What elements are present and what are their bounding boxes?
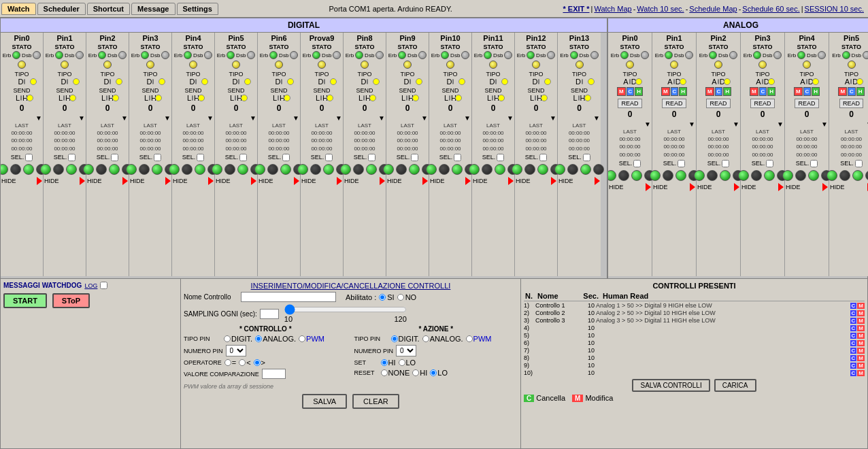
circle-green-1[interactable] bbox=[738, 170, 749, 181]
tipo-slider[interactable] bbox=[452, 79, 454, 84]
m-button[interactable]: M bbox=[838, 87, 847, 96]
tipo-slider[interactable] bbox=[718, 79, 719, 84]
sel-checkbox[interactable] bbox=[111, 154, 118, 161]
c-button[interactable]: C bbox=[627, 87, 635, 96]
m-button[interactable]: M bbox=[661, 87, 670, 96]
send-slider[interactable] bbox=[406, 95, 407, 101]
tipo-slider[interactable] bbox=[152, 79, 154, 84]
op-eq-radio[interactable] bbox=[224, 359, 231, 366]
circle-green-1[interactable] bbox=[426, 164, 437, 175]
dropdown-arrow[interactable]: ▼ bbox=[507, 114, 514, 122]
circle-green-1[interactable] bbox=[608, 170, 616, 181]
set-hi-radio[interactable] bbox=[381, 359, 388, 366]
tipo-slider[interactable] bbox=[410, 79, 411, 84]
c-button[interactable]: C bbox=[671, 87, 679, 96]
circle-green-2[interactable] bbox=[280, 164, 291, 175]
tipo-slider[interactable] bbox=[238, 79, 239, 84]
sel-checkbox[interactable] bbox=[282, 154, 290, 161]
analog-radio-label[interactable]: ANALOG. bbox=[255, 335, 296, 343]
sel-checkbox[interactable] bbox=[583, 154, 590, 161]
cp-m-btn[interactable]: M bbox=[857, 363, 865, 369]
circle-dark-1[interactable] bbox=[10, 164, 21, 175]
sel-checkbox[interactable] bbox=[25, 154, 33, 161]
dropdown-arrow[interactable]: ▼ bbox=[121, 114, 128, 122]
pwm-radio-label[interactable]: PWM bbox=[299, 335, 324, 343]
sel-checkbox[interactable] bbox=[411, 154, 418, 161]
hide-triangle[interactable] bbox=[551, 177, 556, 185]
sel-checkbox[interactable] bbox=[325, 154, 333, 161]
send-slider[interactable] bbox=[192, 95, 193, 101]
tipo-slider[interactable] bbox=[67, 79, 68, 84]
hide-triangle[interactable] bbox=[165, 177, 171, 185]
circle-dark-1[interactable] bbox=[567, 164, 578, 175]
dropdown-arrow[interactable]: ▼ bbox=[207, 114, 214, 122]
tab-scheduler[interactable]: Scheduler bbox=[37, 3, 86, 15]
azione-numero-pin-select[interactable]: 012345 bbox=[396, 345, 416, 356]
dropdown-arrow[interactable]: ▼ bbox=[550, 114, 556, 122]
cp-c-btn[interactable]: C bbox=[850, 340, 857, 346]
no-radio[interactable] bbox=[397, 294, 404, 301]
send-slider[interactable] bbox=[578, 95, 580, 101]
cp-c-btn[interactable]: C bbox=[850, 370, 857, 376]
cp-c-btn[interactable]: C bbox=[850, 303, 857, 309]
read-button[interactable]: READ bbox=[618, 99, 641, 108]
circle-dark-1[interactable] bbox=[618, 170, 629, 181]
cp-m-btn[interactable]: M bbox=[857, 318, 865, 324]
circle-green-2[interactable] bbox=[366, 164, 377, 175]
tipo-slider[interactable] bbox=[538, 79, 539, 84]
dropdown-arrow[interactable]: ▼ bbox=[688, 120, 695, 128]
reset-hi-radio[interactable] bbox=[412, 369, 419, 376]
dropdown-arrow[interactable]: ▼ bbox=[733, 120, 739, 128]
send-slider[interactable] bbox=[535, 95, 536, 101]
tipo-slider[interactable] bbox=[673, 79, 675, 84]
hide-triangle[interactable] bbox=[646, 183, 651, 191]
circle-green-1[interactable] bbox=[782, 170, 793, 181]
sel-checkbox[interactable] bbox=[633, 160, 641, 167]
circle-dark-2[interactable] bbox=[593, 164, 604, 175]
dropdown-arrow[interactable]: ▼ bbox=[335, 114, 342, 122]
sel-checkbox[interactable] bbox=[810, 160, 818, 167]
tipo-slider[interactable] bbox=[281, 79, 282, 84]
circle-dark-1[interactable] bbox=[751, 170, 762, 181]
circle-green-1[interactable] bbox=[827, 170, 837, 181]
send-slider[interactable] bbox=[278, 95, 279, 101]
carica-button[interactable]: CARICA bbox=[714, 379, 756, 392]
si-radio[interactable] bbox=[379, 294, 386, 301]
legend-c-btn[interactable]: C bbox=[524, 395, 534, 402]
send-slider[interactable] bbox=[235, 95, 236, 101]
hide-triangle[interactable] bbox=[822, 183, 828, 191]
hide-triangle[interactable] bbox=[380, 177, 385, 185]
circle-dark-1[interactable] bbox=[839, 170, 850, 181]
circle-dark-1[interactable] bbox=[310, 164, 321, 175]
hide-triangle[interactable] bbox=[294, 177, 299, 185]
send-slider[interactable] bbox=[320, 95, 322, 101]
hide-triangle[interactable] bbox=[37, 177, 42, 185]
cp-m-btn[interactable]: M bbox=[857, 325, 865, 331]
tipo-slider[interactable] bbox=[367, 79, 368, 84]
circle-green-2[interactable] bbox=[195, 164, 205, 175]
op-lt-radio[interactable] bbox=[239, 359, 246, 366]
az-digit-label[interactable]: DIGIT. bbox=[391, 335, 420, 343]
tab-message[interactable]: Message bbox=[131, 3, 175, 15]
circle-green-2[interactable] bbox=[66, 164, 77, 175]
sel-checkbox[interactable] bbox=[497, 154, 504, 161]
send-slider[interactable] bbox=[63, 95, 65, 101]
salva-button[interactable]: SALVA bbox=[302, 394, 347, 409]
az-digit-radio[interactable] bbox=[391, 335, 398, 342]
circle-green-2[interactable] bbox=[495, 164, 505, 175]
hide-triangle[interactable] bbox=[465, 177, 471, 185]
circle-dark-2[interactable] bbox=[865, 170, 868, 181]
sel-checkbox[interactable] bbox=[678, 160, 685, 167]
sel-checkbox[interactable] bbox=[239, 154, 247, 161]
legend-m-btn[interactable]: M bbox=[572, 395, 583, 402]
hide-triangle[interactable] bbox=[122, 177, 128, 185]
session-10-link[interactable]: SESSION 10 sec. bbox=[805, 5, 864, 13]
cp-m-btn[interactable]: M bbox=[857, 340, 865, 346]
cp-c-btn[interactable]: C bbox=[850, 355, 857, 361]
dropdown-arrow[interactable]: ▼ bbox=[777, 120, 784, 128]
h-button[interactable]: H bbox=[767, 87, 775, 96]
dropdown-arrow[interactable]: ▼ bbox=[644, 120, 651, 128]
ctrl-analog-radio[interactable] bbox=[255, 335, 262, 342]
tipo-slider[interactable] bbox=[24, 79, 25, 84]
m-button[interactable]: M bbox=[705, 87, 714, 96]
